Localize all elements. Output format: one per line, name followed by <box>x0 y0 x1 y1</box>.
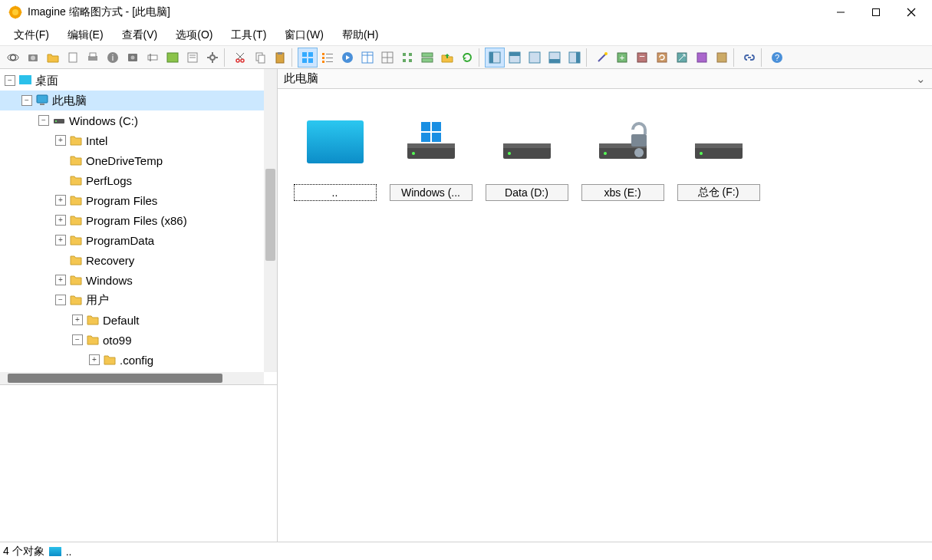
minimize-button[interactable] <box>823 0 858 25</box>
menu-file[interactable]: 文件(F) <box>5 25 58 45</box>
close-button[interactable] <box>894 0 929 25</box>
settings-gear-icon[interactable] <box>203 48 222 68</box>
chevron-down-icon[interactable]: ⌄ <box>916 72 926 86</box>
new-icon[interactable] <box>63 48 83 68</box>
view-detail-icon[interactable] <box>357 48 377 68</box>
expand-icon[interactable]: + <box>55 135 66 146</box>
folder-icon <box>86 313 100 327</box>
window-title: Imagine 缩略图方式 - [此电脑] <box>28 5 823 19</box>
expand-icon[interactable]: + <box>55 235 66 245</box>
svg-rect-37 <box>322 57 324 59</box>
eye-icon[interactable] <box>3 48 23 68</box>
tool-wand-icon[interactable] <box>592 48 612 68</box>
svg-rect-34 <box>302 58 307 63</box>
zoom-in-icon[interactable]: + <box>612 48 632 68</box>
refresh-icon[interactable] <box>457 48 477 68</box>
wallpaper-icon[interactable] <box>163 48 183 68</box>
pane-4-icon[interactable] <box>545 48 565 68</box>
menu-tools[interactable]: 工具(T) <box>222 25 275 45</box>
tree-item[interactable]: OneDriveTemp <box>0 150 277 170</box>
thumbnail-item[interactable]: xbs (E:) <box>575 107 670 201</box>
tree-item[interactable]: PerfLogs <box>0 170 277 190</box>
svg-rect-58 <box>509 52 520 56</box>
svg-rect-83 <box>307 120 364 163</box>
rename-icon[interactable] <box>143 48 163 68</box>
tree-item[interactable]: +Program Files <box>0 190 277 210</box>
tree-item[interactable]: +.config <box>0 350 277 370</box>
svg-rect-103 <box>49 547 61 556</box>
thumbnail-item[interactable]: Windows (... <box>383 107 479 201</box>
pane-5-icon[interactable] <box>565 48 585 68</box>
color-icon[interactable] <box>692 48 712 68</box>
tree-item[interactable]: +Program Files (x86) <box>0 210 277 230</box>
view-list-icon[interactable] <box>318 48 338 68</box>
view-tiles-icon[interactable] <box>417 48 437 68</box>
thumbnail-item[interactable]: 总仓 (F:) <box>670 107 766 201</box>
paste-icon[interactable] <box>270 48 290 68</box>
view-grid-icon[interactable] <box>377 48 397 68</box>
expand-icon[interactable]: + <box>55 195 66 206</box>
screenshot-icon[interactable] <box>123 48 143 68</box>
svg-rect-49 <box>403 53 406 56</box>
thumbnail-label: .. <box>294 184 377 201</box>
expand-icon[interactable]: + <box>55 215 66 226</box>
expand-icon[interactable]: + <box>55 275 66 285</box>
tree-item[interactable]: −桌面 <box>0 71 277 91</box>
svg-point-82 <box>55 120 57 122</box>
menu-window[interactable]: 窗口(W) <box>275 25 333 45</box>
thumbnail-item[interactable]: .. <box>287 107 383 201</box>
expand-icon[interactable]: + <box>72 315 83 325</box>
link-icon[interactable] <box>739 48 759 68</box>
pane-1-icon[interactable] <box>485 48 505 68</box>
camera-icon[interactable] <box>23 48 43 68</box>
print-icon[interactable] <box>83 48 103 68</box>
pane-2-icon[interactable] <box>505 48 525 68</box>
collapse-icon[interactable]: − <box>5 75 15 86</box>
up-folder-icon[interactable] <box>437 48 457 68</box>
scrollbar-thumb[interactable] <box>8 374 222 383</box>
zoom-out-icon[interactable]: − <box>632 48 652 68</box>
collapse-icon[interactable]: − <box>21 95 32 106</box>
tree-item[interactable]: −Windows (C:) <box>0 110 277 130</box>
info-icon[interactable]: i <box>103 48 123 68</box>
menu-help[interactable]: 帮助(H) <box>333 25 387 45</box>
collapse-icon[interactable]: − <box>55 295 66 305</box>
menu-view[interactable]: 查看(V) <box>113 25 167 45</box>
collapse-icon[interactable]: − <box>38 115 49 126</box>
collapse-icon[interactable]: − <box>72 334 83 345</box>
rotate-icon[interactable] <box>652 48 672 68</box>
pane-3-icon[interactable] <box>525 48 545 68</box>
status-bar: 4 个对象 .. <box>0 542 932 560</box>
tree-item[interactable]: +Windows <box>0 270 277 290</box>
toolbar-separator <box>224 48 229 67</box>
thumbnail-item[interactable]: Data (D:) <box>479 107 575 201</box>
tree-item[interactable]: −用户 <box>0 290 277 310</box>
effects-icon[interactable] <box>712 48 732 68</box>
expand-icon[interactable]: + <box>89 354 100 365</box>
view-thumb-icon[interactable] <box>298 48 318 68</box>
slideshow-icon[interactable] <box>338 48 357 68</box>
help-icon[interactable]: ? <box>767 48 787 68</box>
left-panel: −桌面−此电脑−Windows (C:)+IntelOneDriveTempPe… <box>0 69 278 542</box>
tree-item[interactable]: +Intel <box>0 130 277 150</box>
status-count: 4 个对象 <box>3 545 44 558</box>
tree-item[interactable]: −此电脑 <box>0 91 277 110</box>
tree-scrollbar-horizontal[interactable] <box>0 372 264 384</box>
folder-icon <box>69 293 83 307</box>
view-small-icon[interactable] <box>397 48 417 68</box>
menu-options[interactable]: 选项(O) <box>166 25 222 45</box>
cut-icon[interactable] <box>230 48 250 68</box>
maximize-button[interactable] <box>858 0 894 25</box>
scrollbar-thumb[interactable] <box>265 169 275 261</box>
resize-icon[interactable] <box>672 48 692 68</box>
properties-icon[interactable] <box>183 48 203 68</box>
path-bar[interactable]: 此电脑 ⌄ <box>278 69 932 89</box>
copy-icon[interactable] <box>250 48 270 68</box>
tree-item[interactable]: Recovery <box>0 250 277 270</box>
tree-item[interactable]: +Default <box>0 310 277 330</box>
menu-edit[interactable]: 编辑(E) <box>58 25 113 45</box>
tree-item[interactable]: −oto99 <box>0 330 277 350</box>
tree-item[interactable]: +ProgramData <box>0 230 277 250</box>
tree-scrollbar-vertical[interactable] <box>264 69 277 372</box>
folder-open-icon[interactable] <box>43 48 63 68</box>
